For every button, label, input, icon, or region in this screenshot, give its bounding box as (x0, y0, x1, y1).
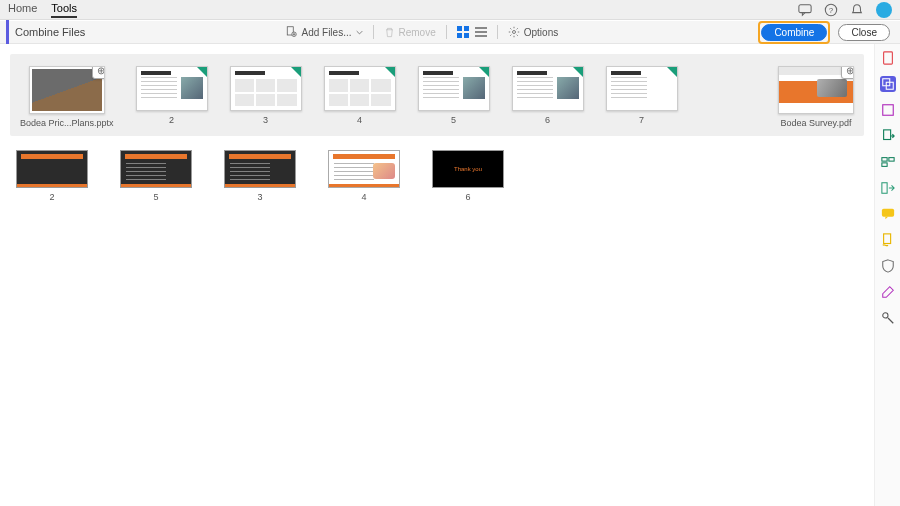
page-number: 3 (257, 192, 262, 202)
page-thumb[interactable]: 4 (328, 150, 400, 202)
chat-icon[interactable] (798, 3, 812, 17)
svg-text:?: ? (829, 5, 834, 14)
page-number: 2 (49, 192, 54, 202)
svg-rect-23 (883, 234, 890, 244)
export-pdf-icon[interactable] (880, 128, 896, 144)
tool-accent (6, 20, 9, 44)
fill-sign-icon[interactable] (880, 232, 896, 248)
page-thumb[interactable]: 7 (606, 66, 678, 128)
page-thumb[interactable]: 2 (16, 150, 88, 202)
options-label: Options (524, 27, 558, 38)
combine-highlight: Combine (758, 21, 830, 44)
svg-rect-11 (475, 35, 487, 37)
close-button[interactable]: Close (838, 24, 890, 41)
top-bar: Home Tools ? (0, 0, 900, 20)
page-thumb[interactable]: 6 (512, 66, 584, 128)
view-toggle (457, 26, 487, 38)
help-icon[interactable]: ? (824, 3, 838, 17)
expand-icon[interactable]: ⊕ (841, 66, 854, 79)
more-tools-icon[interactable] (880, 310, 896, 326)
page-number: 3 (263, 115, 268, 125)
toolbar-right: Combine Close (758, 21, 894, 44)
page-thumb[interactable]: 5 (418, 66, 490, 128)
grid-view-icon[interactable] (457, 26, 469, 38)
divider (446, 25, 447, 39)
svg-rect-10 (475, 31, 487, 33)
edit-pdf-icon[interactable] (880, 102, 896, 118)
comment-icon[interactable] (880, 206, 896, 222)
protect-icon[interactable] (880, 258, 896, 274)
file-label: Bodea Pric...Plans.pptx (20, 118, 114, 128)
chevron-down-icon (356, 29, 363, 36)
page-thumb[interactable]: 3 (224, 150, 296, 202)
file-label: Bodea Survey.pdf (781, 118, 852, 128)
file-cover-survey[interactable]: ⊕ Bodea Survey.pdf (778, 66, 854, 128)
page-thumb[interactable]: 4 (324, 66, 396, 128)
compare-icon[interactable] (880, 180, 896, 196)
page-thumb[interactable]: 3 (230, 66, 302, 128)
add-files-label: Add Files... (301, 27, 351, 38)
page-number: 7 (639, 115, 644, 125)
options-button[interactable]: Options (508, 26, 558, 38)
file-group[interactable]: ⊕ Bodea Pric...Plans.pptx 2 3 4 5 (10, 54, 864, 136)
page-number: 5 (153, 192, 158, 202)
file-cover[interactable]: ⊕ Bodea Pric...Plans.pptx (20, 66, 114, 128)
svg-rect-7 (457, 33, 462, 38)
right-rail (874, 44, 900, 506)
slide-thumb[interactable]: ⊕ (778, 66, 854, 114)
list-view-icon[interactable] (475, 26, 487, 38)
combine-button[interactable]: Combine (761, 24, 827, 41)
page-number: 6 (545, 115, 550, 125)
toolbar-center: Add Files... Remove Options (285, 25, 558, 39)
divider (497, 25, 498, 39)
remove-button[interactable]: Remove (384, 27, 436, 38)
svg-rect-8 (464, 33, 469, 38)
page-number: 2 (169, 115, 174, 125)
tab-tools[interactable]: Tools (51, 2, 77, 18)
svg-rect-17 (883, 130, 890, 140)
svg-rect-0 (799, 4, 811, 12)
page-number: 4 (361, 192, 366, 202)
remove-label: Remove (399, 27, 436, 38)
organize-icon[interactable] (880, 154, 896, 170)
page-thumb[interactable]: Thank you 6 (432, 150, 504, 202)
top-right-icons: ? (798, 2, 892, 18)
page-number: 5 (451, 115, 456, 125)
page-number: 4 (357, 115, 362, 125)
svg-rect-13 (883, 52, 892, 64)
divider (373, 25, 374, 39)
loose-row: 2 5 3 4 Thank you 6 (10, 150, 864, 202)
expand-icon[interactable]: ⊕ (92, 66, 105, 79)
svg-rect-20 (881, 163, 886, 167)
content-area[interactable]: ⊕ Bodea Pric...Plans.pptx 2 3 4 5 (0, 44, 874, 506)
svg-rect-21 (881, 183, 886, 194)
redact-icon[interactable] (880, 284, 896, 300)
svg-point-12 (512, 31, 515, 34)
svg-rect-5 (457, 26, 462, 31)
svg-point-24 (882, 313, 887, 318)
avatar[interactable] (876, 2, 892, 18)
page-thumb[interactable]: 2 (136, 66, 208, 128)
tool-title: Combine Files (15, 26, 85, 38)
gear-icon (508, 26, 520, 38)
top-tabs: Home Tools (8, 2, 77, 18)
slide-thumb[interactable]: ⊕ (29, 66, 105, 114)
svg-rect-18 (881, 158, 886, 162)
create-pdf-icon[interactable] (880, 50, 896, 66)
add-files-button[interactable]: Add Files... (285, 26, 362, 38)
thank-you-text: Thank you (454, 166, 482, 172)
page-thumb[interactable]: 5 (120, 150, 192, 202)
main-area: ⊕ Bodea Pric...Plans.pptx 2 3 4 5 (0, 44, 900, 506)
svg-rect-6 (464, 26, 469, 31)
svg-rect-19 (888, 158, 893, 162)
svg-rect-16 (882, 105, 893, 116)
toolbar: Combine Files Add Files... Remove Option… (0, 20, 900, 44)
svg-rect-22 (881, 209, 893, 217)
tab-home[interactable]: Home (8, 2, 37, 18)
page-number: 6 (465, 192, 470, 202)
svg-rect-9 (475, 27, 487, 29)
bell-icon[interactable] (850, 3, 864, 17)
combine-tool-icon[interactable] (880, 76, 896, 92)
